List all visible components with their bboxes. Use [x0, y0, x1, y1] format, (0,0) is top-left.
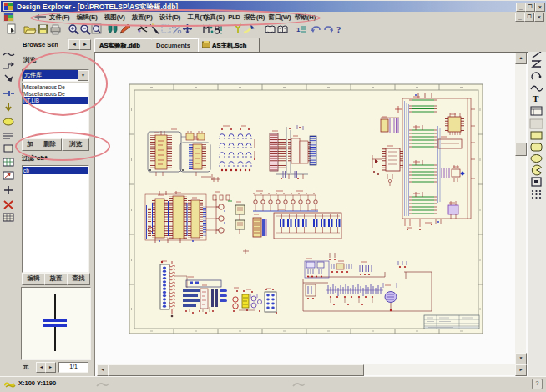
svg-text:?: ? [336, 24, 341, 34]
svg-text:T: T [533, 93, 539, 103]
svg-text:1: 1 [296, 26, 301, 33]
